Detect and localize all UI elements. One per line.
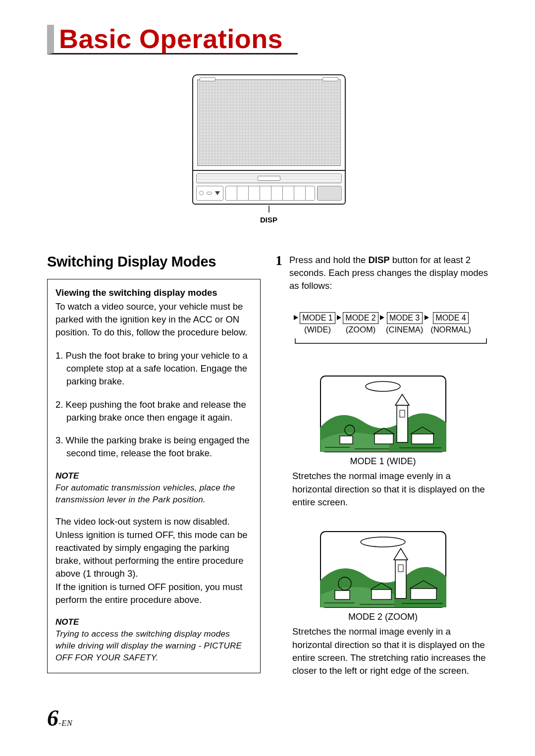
callout-line-icon: [259, 206, 279, 215]
mode-label: (WIDE): [304, 325, 331, 334]
procedure-step: 2. Keep pushing the foot brake and relea…: [55, 398, 252, 425]
note-text: Trying to access the switching display m…: [55, 628, 252, 663]
step-text: Press and hold the: [289, 255, 368, 265]
page-number-value: 6: [47, 705, 58, 731]
mode2-description: Stretches the normal image evenly in a h…: [292, 625, 490, 677]
mode-box: MODE 2: [343, 312, 378, 324]
landscape-icon: [320, 376, 446, 452]
device-illustration: DISP: [47, 74, 490, 224]
mode-label: (NORMAL): [430, 325, 471, 334]
page-number-suffix: -EN: [58, 719, 73, 727]
page-number: 6-EN: [47, 705, 73, 731]
mode-box: MODE 1: [300, 312, 335, 324]
step-number: 1: [275, 254, 282, 293]
mode2-figure: MODE 2 (ZOOM): [275, 531, 490, 622]
mode-label: (CINEMA): [386, 325, 423, 334]
note-text: For automatic transmission vehicles, pla…: [55, 482, 252, 506]
mode-box: MODE 4: [433, 312, 469, 324]
svg-rect-20: [335, 591, 350, 599]
mode1-description: Stretches the normal image evenly in a h…: [292, 470, 490, 509]
box-paragraph: If the ignition is turned OFF position, …: [55, 581, 252, 607]
numbered-step: 1 Press and hold the DISP button for at …: [275, 254, 490, 293]
mode-cycle-diagram: MODE 1 (WIDE) MODE 2 (ZOOM) MODE 3 (CINE…: [292, 312, 490, 334]
page-title: Basic Operations: [47, 25, 298, 54]
svg-rect-8: [340, 436, 353, 444]
step-bold: DISP: [368, 255, 389, 265]
box-paragraph: The video lock-out system is now disable…: [55, 515, 252, 580]
mode1-figure: MODE 1 (WIDE): [275, 376, 490, 467]
arrow-right-icon: [423, 312, 430, 320]
svg-rect-15: [395, 560, 406, 598]
mode-box: MODE 3: [387, 312, 423, 324]
landscape-icon: [320, 531, 446, 608]
note-label: NOTE: [55, 616, 252, 628]
disp-callout: DISP: [47, 216, 490, 224]
svg-rect-18: [372, 590, 391, 599]
svg-rect-7: [412, 434, 433, 444]
mode1-caption: MODE 1 (WIDE): [275, 456, 490, 467]
arrow-right-icon: [292, 312, 300, 320]
section-heading: Switching Display Modes: [47, 254, 261, 270]
svg-rect-19: [411, 589, 436, 599]
instruction-box: Viewing the switching display modes To w…: [47, 279, 261, 673]
procedure-step: 1. Push the foot brake to bring your veh…: [55, 349, 252, 388]
svg-rect-6: [374, 434, 393, 444]
note-label: NOTE: [55, 470, 252, 482]
arrow-right-icon: [335, 312, 343, 320]
svg-rect-3: [397, 405, 408, 442]
mode2-caption: MODE 2 (ZOOM): [275, 612, 490, 622]
cycle-return-arrow: [292, 338, 490, 348]
mode-label: (ZOOM): [346, 325, 375, 334]
arrow-right-icon: [378, 312, 386, 320]
box-intro: To watch a video source, your vehicle mu…: [55, 300, 252, 339]
procedure-step: 3. While the parking brake is being enga…: [55, 434, 252, 460]
box-subheading: Viewing the switching display modes: [55, 286, 252, 299]
